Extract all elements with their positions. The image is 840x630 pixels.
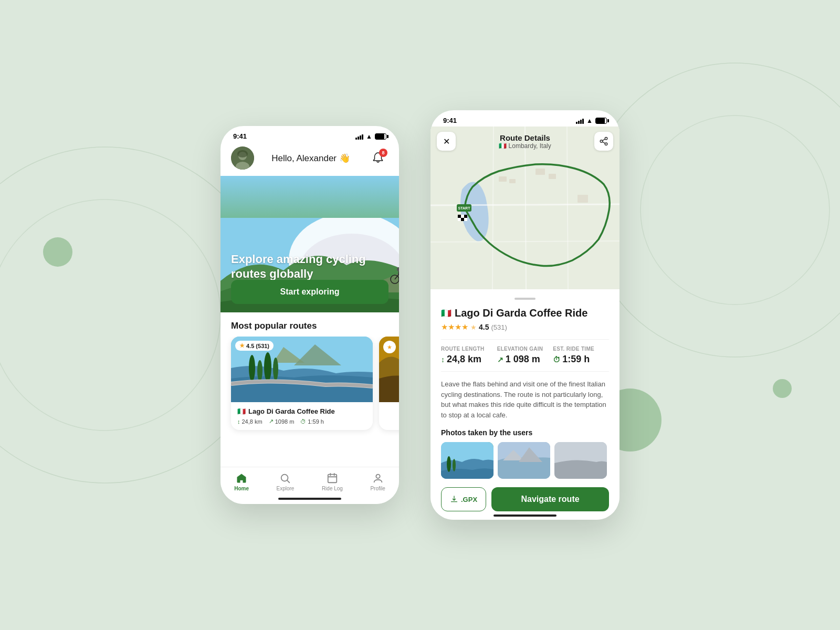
svg-point-54 <box>605 143 607 145</box>
notification-button[interactable]: 8 <box>368 148 388 169</box>
battery-right-icon <box>595 118 607 124</box>
download-icon <box>450 495 458 503</box>
battery-icon <box>375 133 386 140</box>
profile-icon <box>372 472 384 484</box>
elevation-icon: ↗ <box>269 418 274 425</box>
time-left: 9:41 <box>233 132 247 140</box>
hero-banner: Explore amazing cycling routes globally … <box>220 176 399 312</box>
svg-rect-41 <box>536 169 545 175</box>
route-name-row: 🇮🇹 Lago Di Garda Coffee Ride <box>237 407 366 415</box>
share-button[interactable] <box>594 132 613 151</box>
route-time: ⏱ 1:59 h <box>300 418 324 425</box>
route-metrics: ROUTE LENGTH ↕ 24,8 km ELEVATION GAIN ↗ … <box>441 339 609 372</box>
route-card-image: ★ 4.5 (531) <box>231 337 373 402</box>
distance-metric-value: ↕ 24,8 km <box>441 354 497 365</box>
rating-value-detail: 4.5 <box>479 323 489 331</box>
svg-rect-49 <box>461 218 464 221</box>
svg-point-53 <box>600 140 603 143</box>
gpx-button[interactable]: .GPX <box>441 487 486 511</box>
rating-value: 4.5 (531) <box>246 343 269 349</box>
metric-elevation: ELEVATION GAIN ↗ 1 098 m <box>497 346 553 365</box>
svg-line-55 <box>602 142 605 143</box>
elevation-metric-value: ↗ 1 098 m <box>497 354 553 365</box>
nav-explore[interactable]: Explore <box>277 472 295 491</box>
time-text: 1:59 h <box>562 354 590 365</box>
hero-text-block: Explore amazing cycling routes globally <box>231 252 388 281</box>
route-card[interactable]: ★ 4.5 (531) 🇮🇹 Lago Di Garda Coffee Ride… <box>231 337 373 430</box>
route-title-main: Lago Di Garda Coffee Ride <box>455 307 587 319</box>
svg-rect-43 <box>578 195 588 203</box>
svg-point-2 <box>588 63 840 357</box>
elevation-value: 1098 m <box>275 418 295 425</box>
route-card-partial[interactable]: ★ <box>379 337 399 430</box>
distance-label: ROUTE LENGTH <box>441 346 497 352</box>
svg-rect-51 <box>464 218 467 221</box>
nav-home[interactable]: Home <box>234 472 249 491</box>
route-flag: 🇮🇹 <box>237 407 246 415</box>
distance-text: 24,8 km <box>447 354 481 365</box>
close-button[interactable]: ✕ <box>437 132 456 151</box>
nav-home-label: Home <box>234 486 249 491</box>
route-details-panel: 🇮🇹 Lago Di Garda Coffee Ride ★★★★ ★ 4.5 … <box>430 289 620 520</box>
distance-icon: ↕ <box>237 418 240 425</box>
svg-point-3 <box>640 116 830 304</box>
photo-thumb-2[interactable] <box>498 442 550 479</box>
time-icon: ⏱ <box>300 418 306 425</box>
status-icons-left: ▲ <box>355 133 386 140</box>
greeting-text: Hello, Alexander 👋 <box>271 153 350 164</box>
navigate-route-button[interactable]: Navigate route <box>491 487 609 511</box>
status-icons-right: ▲ <box>576 117 607 124</box>
nav-ridelog[interactable]: Ride Log <box>322 472 343 491</box>
route-card-body: 🇮🇹 Lago Di Garda Coffee Ride ↕ 24,8 km ↗… <box>231 402 373 430</box>
avatar[interactable] <box>231 146 254 170</box>
panel-handle <box>514 298 536 300</box>
svg-point-10 <box>237 150 248 158</box>
signal-right-icon <box>576 118 584 124</box>
map-header-title: Route Details 🇮🇹 Lombardy, Italy <box>456 133 594 150</box>
notification-badge: 8 <box>379 149 387 157</box>
rating-badge: ★ 4.5 (531) <box>235 341 274 351</box>
close-icon: ✕ <box>443 136 450 146</box>
phone-left: 9:41 ▲ <box>220 126 399 504</box>
routes-scroll: ★ 4.5 (531) 🇮🇹 Lago Di Garda Coffee Ride… <box>220 337 399 438</box>
svg-point-22 <box>257 360 262 381</box>
svg-point-1 <box>0 200 220 430</box>
svg-point-6 <box>773 379 792 398</box>
photo-thumb-1[interactable] <box>441 442 494 479</box>
route-name: Lago Di Garda Coffee Ride <box>248 407 335 415</box>
popular-routes-title: Most popular routes <box>220 312 399 337</box>
svg-point-5 <box>43 237 72 267</box>
elevation-text: 1 098 m <box>506 354 540 365</box>
svg-line-27 <box>288 480 290 482</box>
orange-star-icon: ★ <box>383 341 396 353</box>
svg-rect-28 <box>328 475 337 483</box>
svg-rect-46 <box>458 215 461 218</box>
svg-rect-48 <box>458 218 461 221</box>
svg-point-59 <box>453 459 456 471</box>
start-exploring-button[interactable]: Start exploring <box>231 280 388 304</box>
elevation-metric-icon: ↗ <box>497 355 503 364</box>
route-description: Leave the flats behind and visit one of … <box>441 379 609 420</box>
photos-title: Photos taken by the users <box>441 428 609 437</box>
svg-rect-47 <box>461 215 464 218</box>
svg-point-32 <box>376 475 380 478</box>
time-label: EST. RIDE TIME <box>553 346 609 352</box>
distance-metric-icon: ↕ <box>441 355 445 364</box>
app-header: Hello, Alexander 👋 8 <box>220 142 399 176</box>
status-bar-left: 9:41 ▲ <box>220 126 399 142</box>
nav-explore-label: Explore <box>277 486 295 491</box>
wifi-right-icon: ▲ <box>586 117 593 124</box>
nav-profile-label: Profile <box>370 486 385 491</box>
home-icon <box>236 472 247 484</box>
half-star-icon: ★ <box>470 323 477 331</box>
route-title-row: 🇮🇹 Lago Di Garda Coffee Ride <box>441 307 609 319</box>
photo-thumb-3[interactable] <box>554 442 607 479</box>
star-icon: ★ <box>239 342 245 349</box>
metric-distance: ROUTE LENGTH ↕ 24,8 km <box>441 346 497 365</box>
photos-row <box>441 442 609 479</box>
svg-point-58 <box>447 456 451 472</box>
svg-rect-39 <box>499 176 507 182</box>
svg-text:START: START <box>458 206 471 210</box>
svg-point-21 <box>249 355 255 381</box>
nav-profile[interactable]: Profile <box>370 472 385 491</box>
